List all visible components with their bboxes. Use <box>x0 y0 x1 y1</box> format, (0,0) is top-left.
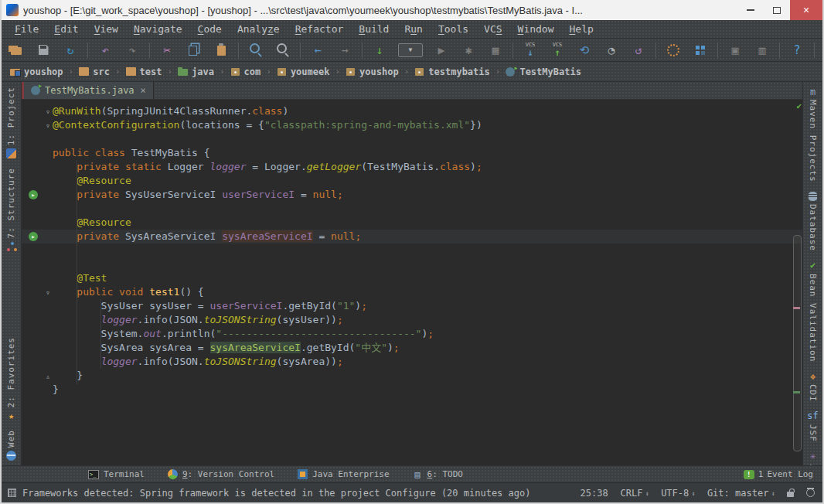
menu-navigate[interactable]: Navigate <box>127 22 189 36</box>
local-changes-icon[interactable]: ◔ <box>603 42 620 59</box>
code-line[interactable]: } <box>22 383 802 397</box>
save-all-icon[interactable] <box>35 42 52 59</box>
vcs-commit-icon[interactable]: VCS↑ <box>549 42 566 59</box>
menu-file[interactable]: File <box>8 22 46 36</box>
spring-bean-icon[interactable]: ▸ <box>29 232 38 241</box>
event-log-button[interactable]: ! 1 Event Log <box>744 469 813 479</box>
code-line[interactable] <box>22 243 802 257</box>
code-line[interactable]: logger.info(JSON.toJSONString(sysArea)); <box>22 355 802 369</box>
code-line[interactable] <box>22 257 802 271</box>
breadcrumb-src[interactable]: src <box>77 65 112 79</box>
spring-bean-icon[interactable]: ▸ <box>29 190 38 199</box>
breadcrumb-java[interactable]: java <box>175 65 216 79</box>
replace-icon[interactable] <box>274 42 291 59</box>
tool-button--project[interactable]: 1: Project <box>6 82 16 163</box>
unlocked-icon[interactable] <box>787 492 794 497</box>
cut-icon[interactable]: ✂ <box>158 42 175 59</box>
menu-view[interactable]: View <box>87 22 125 36</box>
menu-window[interactable]: Window <box>511 22 561 36</box>
breadcrumb-youshop[interactable]: youshop <box>8 65 66 79</box>
code-line[interactable]: @Test <box>22 271 802 285</box>
breadcrumb-test[interactable]: test <box>124 65 165 79</box>
code-line[interactable]: ▵ } <box>22 369 802 383</box>
tool-window-button-terminal[interactable]: >_Terminal <box>88 469 145 479</box>
menu-build[interactable]: Build <box>352 22 396 36</box>
tool-button--structure[interactable]: 7: Structure <box>6 163 16 256</box>
project-structure-icon[interactable] <box>692 42 709 59</box>
encoding-widget[interactable]: UTF-8 <box>661 488 695 499</box>
framework-popup-icon[interactable] <box>8 489 16 497</box>
code-line[interactable]: ▿ public void test1() { <box>22 285 802 299</box>
tool-window-button-6-todo[interactable]: ▤6: TODO <box>413 469 463 479</box>
git-branch-widget[interactable]: Git: master <box>707 488 775 499</box>
coverage-icon[interactable]: ▦ <box>487 42 504 59</box>
configure-link[interactable]: Configure <box>386 488 436 499</box>
menu-edit[interactable]: Edit <box>47 22 85 36</box>
paste-icon[interactable] <box>213 42 230 59</box>
forward-icon[interactable]: → <box>336 42 353 59</box>
tool-button-database[interactable]: Database <box>808 187 818 256</box>
tool-window-button-java-enterprise[interactable]: Java Enterprise <box>298 469 389 479</box>
maximize-button[interactable] <box>764 0 790 20</box>
code-line[interactable]: private static Logger logger = Logger.ge… <box>22 160 802 174</box>
tool-button-cdi[interactable]: ❖CDI <box>808 366 818 407</box>
code-line[interactable]: @Resource <box>22 216 802 230</box>
code-line[interactable]: ▸ private SysAreaServiceI sysAreaService… <box>22 230 802 243</box>
code-line[interactable]: ▿@RunWith(SpringJUnit4ClassRunner.class) <box>22 104 802 118</box>
close-button[interactable]: × <box>790 0 822 20</box>
scrollbar-stripe[interactable]: ✔ <box>792 100 802 465</box>
breadcrumb-testmybatis[interactable]: TestMyBatis <box>503 65 583 79</box>
run-configuration-combo[interactable]: ▼ <box>398 43 423 57</box>
tab-close-icon[interactable]: × <box>141 85 146 96</box>
breadcrumb-youshop[interactable]: youshop <box>343 65 401 79</box>
find-icon[interactable] <box>247 42 264 59</box>
tool-window-button-9-version-control[interactable]: 9: Version Control <box>168 469 274 479</box>
code-line[interactable] <box>22 132 802 146</box>
code-line[interactable]: System.out.println("--------------------… <box>22 327 802 341</box>
line-separator-widget[interactable]: CRLF <box>621 488 649 499</box>
menu-analyze[interactable]: Analyze <box>230 22 287 36</box>
back-icon[interactable]: ← <box>309 42 326 59</box>
tool-button-ant[interactable]: ✳Ant <box>808 447 818 465</box>
code-line[interactable] <box>22 202 802 216</box>
vcs-history-icon[interactable]: ⟲ <box>576 42 593 59</box>
menu-run[interactable]: Run <box>397 22 429 36</box>
sdk-manager-icon[interactable]: ▣ <box>727 42 744 59</box>
tool-button-web[interactable]: Web <box>6 425 16 465</box>
undo-icon[interactable]: ↶ <box>97 42 114 59</box>
copy-icon[interactable] <box>186 42 203 59</box>
code-line[interactable]: SysUser sysUser = userServiceI.getById("… <box>22 299 802 313</box>
debug-icon[interactable]: ✱ <box>460 42 477 59</box>
scrollbar-thumb[interactable] <box>793 235 802 451</box>
fold-marker[interactable]: ▿ <box>46 286 50 300</box>
code-line[interactable]: public class TestMyBatis { <box>22 146 802 160</box>
fold-marker[interactable]: ▿ <box>46 119 50 133</box>
breadcrumb-com[interactable]: com <box>228 65 264 79</box>
breadcrumb-youmeek[interactable]: youmeek <box>274 65 332 79</box>
code-line[interactable]: @Resource <box>22 174 802 188</box>
open-icon[interactable] <box>8 42 25 59</box>
menu-code[interactable]: Code <box>191 22 229 36</box>
vcs-update-icon[interactable]: VCS↓ <box>522 42 539 59</box>
update-running-application-icon[interactable]: ↓ <box>371 42 388 59</box>
tool-button-jsf[interactable]: sfJSF <box>808 407 818 447</box>
caret-position[interactable]: 25:38 <box>580 488 608 499</box>
device-manager-icon[interactable]: ▥ <box>754 42 771 59</box>
error-stripe-mark[interactable] <box>793 307 800 309</box>
breadcrumb-testmybatis[interactable]: testmybatis <box>412 65 492 79</box>
code-line[interactable]: ▸ private SysUserServiceI userServiceI =… <box>22 188 802 202</box>
settings-icon[interactable] <box>665 42 682 59</box>
code-line[interactable]: ▿@ContextConfiguration(locations = {"cla… <box>22 118 802 132</box>
fold-marker[interactable]: ▿ <box>46 105 50 119</box>
editor-tab[interactable]: TestMyBatis.java × <box>24 82 154 99</box>
rollback-icon[interactable]: ↺ <box>630 42 647 59</box>
menu-refactor[interactable]: Refactor <box>288 22 351 36</box>
menu-vcs[interactable]: VCS <box>477 22 509 36</box>
code-line[interactable]: logger.info(JSON.toJSONString(sysUser)); <box>22 313 802 327</box>
tool-button-bean-validation[interactable]: ✔Bean Validation <box>808 256 818 366</box>
fold-marker[interactable]: ▵ <box>46 369 50 383</box>
menu-help[interactable]: Help <box>563 22 601 36</box>
minimize-button[interactable] <box>737 0 764 20</box>
synchronize-icon[interactable]: ↻ <box>62 42 79 59</box>
redo-icon[interactable]: ↷ <box>124 42 141 59</box>
